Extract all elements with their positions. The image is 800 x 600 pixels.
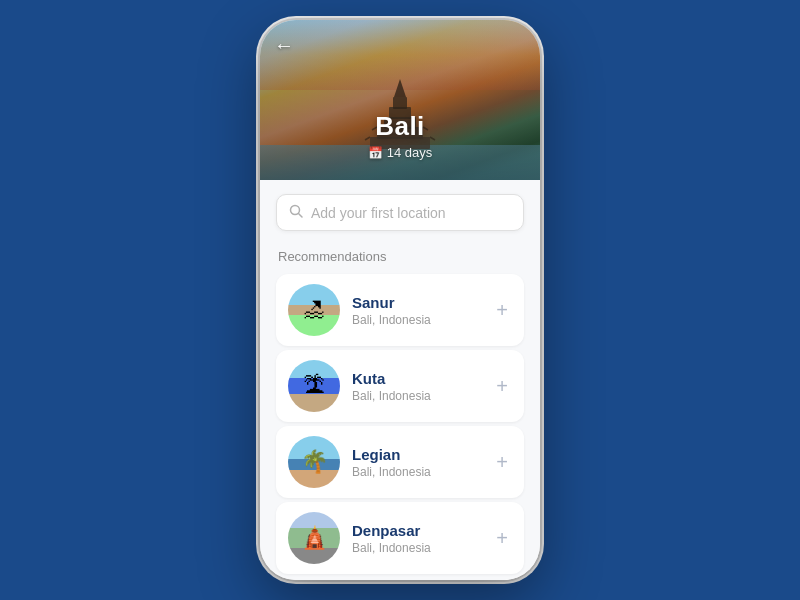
phone-frame: ← Bali 📅 14 days Add your first location… bbox=[260, 20, 540, 580]
kuta-add-button[interactable]: + bbox=[492, 372, 512, 400]
legian-location: Bali, Indonesia bbox=[352, 465, 480, 479]
legian-add-button[interactable]: + bbox=[492, 448, 512, 476]
recommendations-list: Sanur Bali, Indonesia + Kuta Bali, Indon… bbox=[276, 274, 524, 574]
sanur-location: Bali, Indonesia bbox=[352, 313, 480, 327]
destination-title: Bali bbox=[260, 111, 540, 142]
back-button[interactable]: ← bbox=[274, 34, 294, 57]
recommendations-title: Recommendations bbox=[276, 249, 524, 264]
denpasar-name: Denpasar bbox=[352, 522, 480, 539]
svg-line-11 bbox=[299, 214, 303, 218]
sanur-add-button[interactable]: + bbox=[492, 296, 512, 324]
list-item: Sanur Bali, Indonesia + bbox=[276, 274, 524, 346]
search-icon bbox=[289, 204, 303, 221]
denpasar-add-button[interactable]: + bbox=[492, 524, 512, 552]
svg-rect-4 bbox=[393, 97, 407, 109]
kuta-name: Kuta bbox=[352, 370, 480, 387]
list-item: Legian Bali, Indonesia + bbox=[276, 426, 524, 498]
search-bar[interactable]: Add your first location bbox=[276, 194, 524, 231]
legian-name: Legian bbox=[352, 446, 480, 463]
list-item: Denpasar Bali, Indonesia + bbox=[276, 502, 524, 574]
recommendations-section: Recommendations Sanur Bali, Indonesia + … bbox=[276, 249, 524, 574]
denpasar-location: Bali, Indonesia bbox=[352, 541, 480, 555]
legian-avatar bbox=[288, 436, 340, 488]
list-item: Kuta Bali, Indonesia + bbox=[276, 350, 524, 422]
svg-marker-5 bbox=[394, 79, 406, 97]
sanur-info: Sanur Bali, Indonesia bbox=[352, 294, 480, 327]
search-placeholder-text: Add your first location bbox=[311, 205, 446, 221]
calendar-icon: 📅 bbox=[368, 146, 383, 160]
kuta-location: Bali, Indonesia bbox=[352, 389, 480, 403]
content-area: Add your first location Recommendations … bbox=[260, 180, 540, 580]
denpasar-avatar bbox=[288, 512, 340, 564]
denpasar-info: Denpasar Bali, Indonesia bbox=[352, 522, 480, 555]
legian-info: Legian Bali, Indonesia bbox=[352, 446, 480, 479]
hero-text: Bali 📅 14 days bbox=[260, 111, 540, 160]
hero-section: ← Bali 📅 14 days bbox=[260, 20, 540, 180]
sanur-name: Sanur bbox=[352, 294, 480, 311]
kuta-avatar bbox=[288, 360, 340, 412]
sanur-avatar bbox=[288, 284, 340, 336]
kuta-info: Kuta Bali, Indonesia bbox=[352, 370, 480, 403]
trip-duration: 📅 14 days bbox=[260, 145, 540, 160]
